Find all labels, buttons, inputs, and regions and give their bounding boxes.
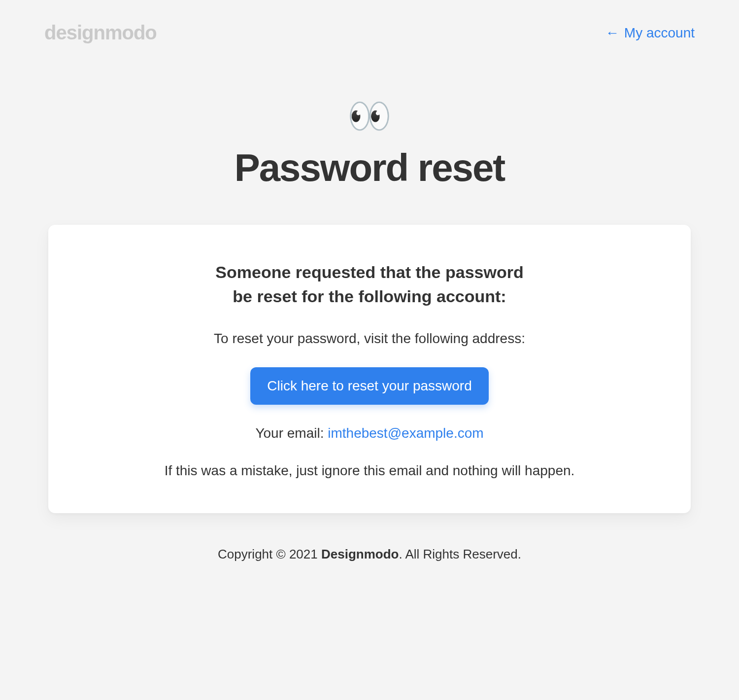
footer: Copyright © 2021 Designmodo. All Rights … <box>44 547 695 562</box>
page-title: Password reset <box>44 145 695 190</box>
email-line: Your email: imthebest@example.com <box>98 425 641 441</box>
footer-brand: Designmodo <box>321 547 399 561</box>
brand-logo: designmodo <box>44 22 157 44</box>
eyes-icon: 👀 <box>44 98 695 134</box>
lead-text: Someone requested that the password be r… <box>212 260 527 309</box>
my-account-link[interactable]: ← My account <box>605 25 695 41</box>
mistake-note: If this was a mistake, just ignore this … <box>98 463 641 479</box>
instruction-text: To reset your password, visit the follow… <box>98 331 641 347</box>
my-account-label: My account <box>624 25 695 41</box>
page: designmodo ← My account 👀 Password reset… <box>0 0 739 700</box>
header: designmodo ← My account <box>44 22 695 44</box>
footer-prefix: Copyright © 2021 <box>218 547 321 561</box>
hero: 👀 Password reset <box>44 98 695 190</box>
email-label: Your email: <box>255 425 328 441</box>
arrow-left-icon: ← <box>605 26 619 40</box>
reset-password-button[interactable]: Click here to reset your password <box>250 367 489 405</box>
content-card: Someone requested that the password be r… <box>48 225 691 513</box>
email-link[interactable]: imthebest@example.com <box>328 425 483 441</box>
footer-suffix: . All Rights Reserved. <box>399 547 521 561</box>
